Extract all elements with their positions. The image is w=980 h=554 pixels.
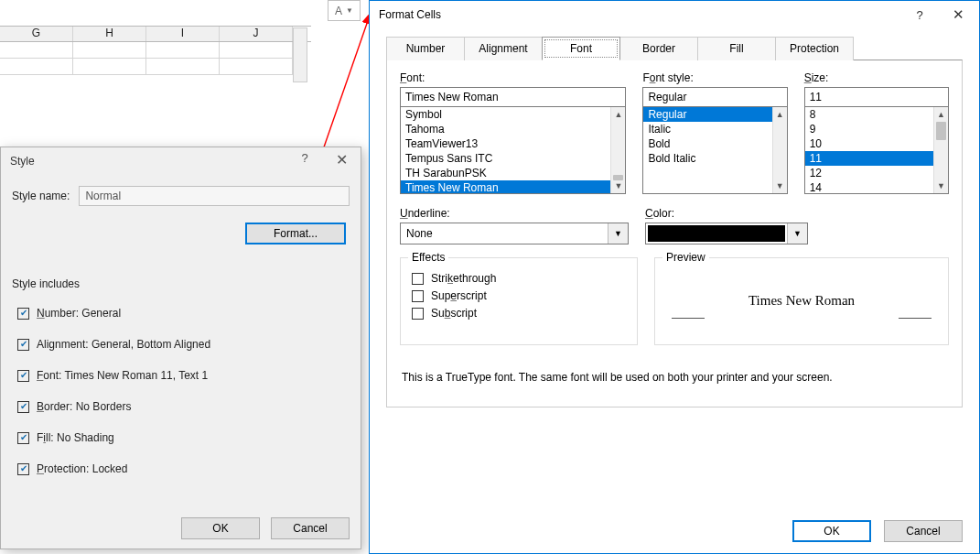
checkbox[interactable]: ✔ [17, 370, 29, 382]
list-item[interactable]: TH SarabunPSK [401, 166, 610, 180]
style-name-input[interactable] [79, 186, 350, 206]
list-item[interactable]: Times New Roman [401, 180, 610, 193]
style-dialog-title: Style [10, 155, 35, 168]
tab-fill[interactable]: Fill [697, 37, 776, 60]
list-item[interactable]: Tempus Sans ITC [401, 151, 610, 166]
size-list[interactable]: 8 9 10 11 12 14 ▲▼ [804, 106, 949, 194]
spreadsheet-bg: G H I J [0, 0, 311, 92]
font-style-label: Font style: [642, 71, 787, 84]
fx-sub: Subscript [431, 307, 477, 320]
font-list[interactable]: Symbol Tahoma TeamViewer13 Tempus Sans I… [400, 106, 626, 194]
font-style-input[interactable] [642, 87, 787, 107]
color-label: Color: [645, 207, 808, 220]
font-label: Font: [400, 71, 626, 84]
list-item[interactable]: 8 [805, 107, 933, 122]
underline-value: None [406, 227, 433, 240]
checkbox[interactable] [412, 273, 424, 285]
tab-alignment[interactable]: Alignment [464, 37, 543, 60]
scrollbar[interactable]: ▲▼ [933, 107, 948, 193]
cancel-button[interactable]: Cancel [884, 520, 963, 542]
name-box-value: A [335, 5, 342, 17]
style-name-label: Style name: [12, 190, 70, 202]
style-cancel-button[interactable]: Cancel [271, 517, 350, 539]
tab-font[interactable]: Font [542, 37, 620, 60]
font-input[interactable] [400, 87, 626, 107]
list-item[interactable]: TeamViewer13 [401, 136, 610, 151]
preview-text: Times New Roman [666, 273, 937, 328]
opt-protection: Protection: Locked [37, 462, 127, 475]
list-item[interactable]: 11 [805, 151, 933, 166]
col-header[interactable]: J [220, 27, 293, 41]
close-button[interactable]: ✕ [328, 151, 355, 171]
checkbox[interactable] [412, 308, 424, 320]
preview-label: Preview [662, 251, 709, 264]
name-box[interactable]: A▼ [328, 0, 361, 21]
tab-protection[interactable]: Protection [775, 37, 854, 60]
color-swatch [648, 225, 785, 242]
chevron-down-icon: ▼ [787, 223, 807, 244]
fx-strike: Strikethrough [431, 272, 496, 285]
list-item[interactable]: 10 [805, 136, 933, 151]
checkbox[interactable]: ✔ [17, 463, 29, 475]
underline-label: Underline: [400, 207, 629, 220]
col-header[interactable]: G [0, 27, 73, 41]
color-select[interactable]: ▼ [645, 223, 808, 244]
col-header[interactable]: I [146, 27, 220, 41]
style-ok-button[interactable]: OK [181, 517, 260, 539]
fx-sup: Superscript [431, 289, 487, 302]
checkbox[interactable] [412, 290, 424, 302]
style-dialog: Style ? ✕ Style name: Format... Style in… [0, 147, 361, 549]
font-style-list[interactable]: Regular Italic Bold Bold Italic ▲▼ [642, 106, 787, 194]
chevron-down-icon: ▼ [346, 6, 353, 15]
scrollbar[interactable]: ▲▼ [772, 107, 787, 193]
underline-select[interactable]: None ▼ [400, 223, 629, 244]
includes-label: Style includes [12, 277, 350, 290]
format-cells-title: Format Cells [379, 8, 441, 21]
list-item[interactable]: Tahoma [401, 122, 610, 136]
close-button[interactable]: ✕ [942, 4, 974, 26]
effects-group: Effects Strikethrough Superscript Subscr… [400, 257, 638, 345]
opt-alignment: Alignment: General, Bottom Aligned [37, 338, 210, 351]
font-description: This is a TrueType font. The same font w… [402, 371, 947, 384]
help-button[interactable]: ? [291, 151, 318, 171]
list-item[interactable]: 9 [805, 122, 933, 136]
list-item[interactable]: Symbol [401, 107, 610, 122]
format-button[interactable]: Format... [245, 223, 346, 244]
list-item[interactable]: Bold [643, 136, 771, 151]
list-item[interactable]: 14 [805, 180, 933, 193]
format-cells-dialog: Format Cells ? ✕ Number Alignment Font B… [369, 0, 980, 554]
list-item[interactable]: Bold Italic [643, 151, 771, 166]
checkbox[interactable]: ✔ [17, 339, 29, 351]
opt-number: NNumber: Generalumber: General [37, 307, 121, 320]
help-button[interactable]: ? [904, 4, 935, 26]
size-input[interactable] [804, 87, 949, 107]
list-item[interactable]: Regular [643, 107, 771, 122]
chevron-down-icon: ▼ [608, 223, 628, 244]
size-label: Size: [804, 71, 949, 84]
tab-number[interactable]: Number [386, 37, 465, 60]
sheet-scrollbar[interactable] [293, 27, 307, 82]
tab-border[interactable]: Border [619, 37, 698, 60]
opt-font: Font: Times New Roman 11, Text 1 [37, 369, 208, 382]
effects-label: Effects [408, 251, 448, 264]
checkbox[interactable]: ✔ [17, 401, 29, 413]
list-item[interactable]: 12 [805, 166, 933, 180]
checkbox[interactable]: ✔ [17, 308, 29, 320]
opt-fill: Fill: No Shading [37, 431, 114, 444]
preview-group: Preview Times New Roman [654, 257, 949, 345]
list-item[interactable]: Italic [643, 122, 771, 136]
col-header[interactable]: H [73, 27, 146, 41]
ok-button[interactable]: OK [792, 520, 871, 542]
scrollbar[interactable]: ▲▼ [610, 107, 625, 193]
checkbox[interactable]: ✔ [17, 432, 29, 444]
opt-border: Border: No Borders [37, 400, 131, 413]
